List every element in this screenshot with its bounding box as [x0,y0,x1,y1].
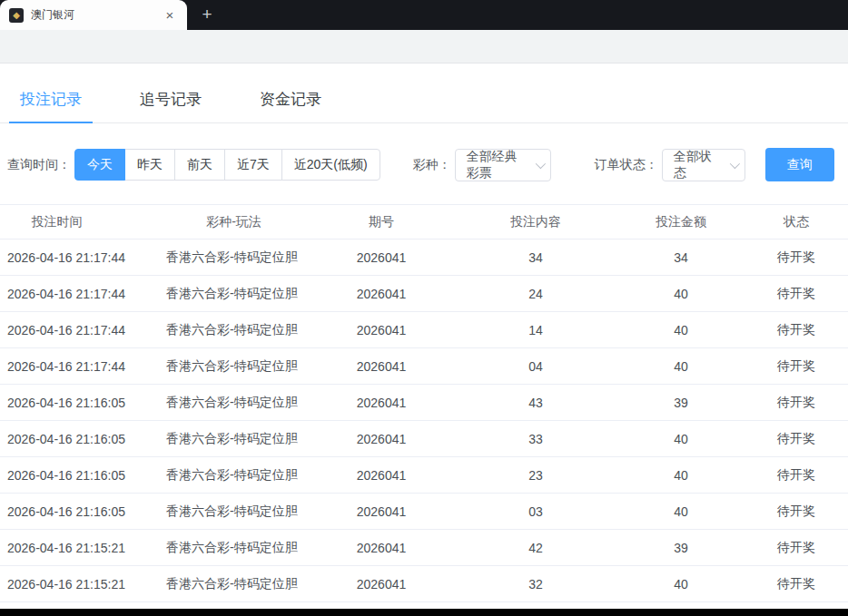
status-select[interactable]: 全部状态 [662,149,745,181]
table-cell: 待开奖 [744,276,848,312]
table-cell: 2026041 [309,240,454,276]
table-cell: 42 [454,530,617,566]
table-header-cell: 状态 [744,205,848,240]
table-header-cell: 投注时间 [0,205,159,240]
query-button[interactable]: 查询 [765,148,834,181]
table-cell: 03 [454,494,617,530]
table-header-cell: 投注金额 [617,205,744,240]
table-cell: 香港六合彩-特码定位胆 [159,385,309,421]
table-cell: 香港六合彩-特码定位胆 [159,348,309,385]
table-cell: 香港六合彩-特码定位胆 [159,240,309,276]
table-cell: 2026-04-16 21:17:44 [0,240,159,276]
table-cell: 2026041 [309,348,454,385]
time-filter-button[interactable]: 今天 [74,149,125,181]
table-cell: 40 [617,457,744,494]
table-cell: 待开奖 [744,494,848,530]
chevron-down-icon [535,158,545,168]
table-cell: 2026041 [309,385,454,421]
time-filter-button[interactable]: 昨天 [124,149,175,181]
time-filter-button[interactable]: 近7天 [224,149,282,181]
table-cell: 香港六合彩-特码定位胆 [159,421,309,457]
table-cell: 40 [617,348,744,385]
table-cell: 香港六合彩-特码定位胆 [159,312,309,348]
table-cell: 40 [617,494,744,530]
table-cell: 40 [617,421,744,457]
table-cell: 2026-04-16 21:17:44 [0,276,159,312]
table-cell: 待开奖 [744,530,848,566]
table-cell: 40 [617,312,744,348]
table-cell: 2026041 [309,457,454,494]
table-row: 2026-04-16 21:16:05香港六合彩-特码定位胆2026041234… [0,457,848,494]
lottery-select-value: 全部经典彩票 [467,149,528,181]
table-cell: 待开奖 [744,240,848,276]
new-tab-button[interactable]: + [194,3,220,28]
time-filter-button[interactable]: 前天 [174,149,225,181]
table-cell: 2026041 [309,276,454,312]
table-cell: 34 [617,240,744,276]
site-favicon-icon: ◆ [9,8,24,23]
table-cell: 34 [454,240,617,276]
page-tab-bar: 投注记录追号记录资金记录 [0,67,848,123]
table-header-row: 投注时间彩种-玩法期号投注内容投注金额状态 [0,205,848,240]
table-cell: 40 [617,566,744,602]
table-cell: 2026-04-16 21:16:05 [0,421,159,457]
table-cell: 2026-04-16 21:16:05 [0,494,159,530]
table-cell: 2026041 [309,530,454,566]
table-cell: 2026041 [309,566,454,602]
table-cell: 2026-04-16 21:16:05 [0,457,159,494]
lottery-filter-label: 彩种： [413,157,451,173]
table-cell: 2026-04-16 21:15:21 [0,566,159,602]
lottery-select[interactable]: 全部经典彩票 [455,149,551,181]
table-cell: 23 [454,457,617,494]
table-cell: 香港六合彩-特码定位胆 [159,457,309,494]
table-cell: 2026041 [309,312,454,348]
table-cell: 2026-04-16 21:16:05 [0,385,159,421]
table-cell: 2026-04-16 21:17:44 [0,348,159,385]
table-row: 2026-04-16 21:16:05香港六合彩-特码定位胆2026041034… [0,494,848,530]
table-cell: 香港六合彩-特码定位胆 [159,276,309,312]
browser-tab[interactable]: ◆ 澳门银河 × [0,0,187,30]
table-cell: 待开奖 [744,421,848,457]
bet-records-table: 投注时间彩种-玩法期号投注内容投注金额状态 2026-04-16 21:17:4… [0,204,848,602]
table-row: 2026-04-16 21:17:44香港六合彩-特码定位胆2026041244… [0,276,848,312]
table-row: 2026-04-16 21:15:21香港六合彩-特码定位胆2026041423… [0,530,848,566]
table-cell: 香港六合彩-特码定位胆 [159,494,309,530]
table-header-cell: 彩种-玩法 [159,205,309,240]
table-cell: 39 [617,385,744,421]
table-cell: 待开奖 [744,457,848,494]
bottom-bar [0,609,848,616]
time-filter-group: 今天昨天前天近7天近20天(低频) [74,149,380,181]
table-cell: 04 [454,348,617,385]
table-cell: 待开奖 [744,385,848,421]
page-tab[interactable]: 资金记录 [249,80,332,123]
table-cell: 40 [617,276,744,312]
table-row: 2026-04-16 21:16:05香港六合彩-特码定位胆2026041433… [0,385,848,421]
table-cell: 2026-04-16 21:17:44 [0,312,159,348]
status-select-value: 全部状态 [674,149,723,181]
table-row: 2026-04-16 21:16:05香港六合彩-特码定位胆2026041334… [0,421,848,457]
table-cell: 香港六合彩-特码定位胆 [159,566,309,602]
table-row: 2026-04-16 21:15:21香港六合彩-特码定位胆2026041324… [0,566,848,602]
table-cell: 32 [454,566,617,602]
time-filter-label: 查询时间： [7,157,71,173]
page-tab[interactable]: 投注记录 [9,80,93,123]
table-cell: 24 [454,276,617,312]
close-tab-icon[interactable]: × [162,7,178,24]
table-row: 2026-04-16 21:17:44香港六合彩-特码定位胆2026041343… [0,240,848,276]
table-header-cell: 期号 [309,205,454,240]
table-body: 2026-04-16 21:17:44香港六合彩-特码定位胆2026041343… [0,240,848,602]
table-row: 2026-04-16 21:17:44香港六合彩-特码定位胆2026041144… [0,312,848,348]
browser-toolbar [0,30,848,64]
table-row: 2026-04-16 21:17:44香港六合彩-特码定位胆2026041044… [0,348,848,385]
filter-row: 查询时间： 今天昨天前天近7天近20天(低频) 彩种： 全部经典彩票 订单状态：… [7,148,848,181]
table-cell: 香港六合彩-特码定位胆 [159,530,309,566]
time-filter-button[interactable]: 近20天(低频) [281,149,380,181]
status-filter-label: 订单状态： [595,157,658,173]
table-cell: 2026-04-16 21:15:21 [0,530,159,566]
page-tab[interactable]: 追号记录 [129,80,212,123]
table-cell: 待开奖 [744,312,848,348]
browser-tab-title: 澳门银河 [31,7,154,23]
table-cell: 14 [454,312,617,348]
table-header-cell: 投注内容 [454,205,617,240]
chevron-down-icon [729,158,739,168]
